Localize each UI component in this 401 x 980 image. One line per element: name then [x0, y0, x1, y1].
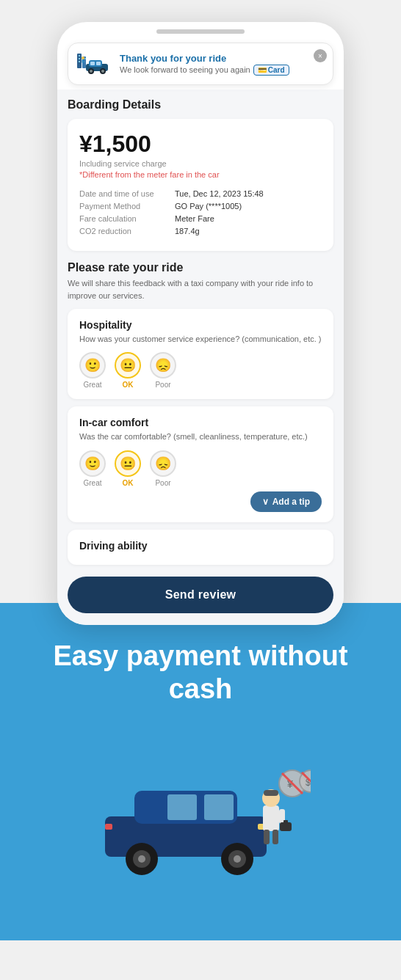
svg-point-26 [138, 855, 145, 863]
hospitality-desc: How was your customer service experience… [79, 334, 322, 345]
fare-note: *Different from the meter fare in the ca… [79, 170, 322, 179]
incar-comfort-card: In-car comfort Was the car comfortable? … [68, 406, 333, 522]
hospitality-great-label: Great [83, 381, 101, 389]
fare-label: Including service charge [79, 159, 322, 168]
credit-card-icon: 💳 [258, 66, 267, 74]
detail-value-date: Tue, Dec 12, 2023 15:48 [175, 189, 264, 198]
phone-frame: Thank you for your ride We look forward … [57, 22, 344, 625]
car-icon [77, 51, 112, 77]
svg-rect-1 [79, 55, 80, 56]
detail-label-co2: CO2 reduction [79, 227, 175, 235]
detail-value-fare-calc: Meter Fare [175, 214, 214, 223]
hospitality-emoji-row: 🙂 Great 😐 OK 😞 Poor [79, 352, 322, 389]
detail-value-payment: GO Pay (****1005) [175, 202, 242, 211]
detail-label-date: Date and time of use [79, 189, 175, 198]
detail-label-fare-calc: Fare calculation [79, 214, 175, 223]
incar-ok-option[interactable]: 😐 OK [115, 450, 141, 487]
hospitality-card: Hospitality How was your customer servic… [68, 309, 333, 399]
notif-title: Thank you for your ride [120, 53, 324, 64]
hospitality-title: Hospitality [79, 319, 322, 331]
incar-poor-label: Poor [155, 479, 170, 487]
rating-section-subtitle: We will share this feedback with a taxi … [68, 277, 333, 301]
main-content: Boarding Details ¥1,500 Including servic… [57, 89, 344, 625]
notification-banner: Thank you for your ride We look forward … [68, 43, 333, 85]
svg-rect-11 [96, 62, 101, 65]
svg-point-29 [234, 855, 241, 863]
incar-great-option[interactable]: 🙂 Great [79, 450, 106, 487]
hospitality-great-option[interactable]: 🙂 Great [79, 352, 106, 389]
svg-rect-2 [79, 58, 80, 59]
svg-rect-17 [82, 59, 84, 63]
hospitality-ok-option[interactable]: 😐 OK [115, 352, 141, 389]
notification-close-button[interactable]: × [314, 49, 327, 62]
chevron-down-icon: ∨ [262, 497, 269, 507]
fare-amount: ¥1,500 [79, 131, 322, 158]
svg-rect-3 [79, 61, 80, 62]
detail-row-date: Date and time of use Tue, Dec 12, 2023 1… [79, 189, 322, 198]
svg-rect-36 [264, 830, 270, 844]
svg-rect-32 [264, 790, 278, 796]
driving-ability-title: Driving ability [79, 540, 322, 552]
bottom-title: Easy payment without cash [0, 640, 401, 706]
hospitality-ok-label: OK [123, 381, 134, 389]
detail-row-fare-calc: Fare calculation Meter Fare [79, 214, 322, 223]
boarding-section-title: Boarding Details [68, 98, 333, 111]
detail-label-payment: Payment Method [79, 202, 175, 211]
notification-text: Thank you for your ride We look forward … [120, 53, 324, 76]
incar-poor-face[interactable]: 😞 [150, 450, 176, 477]
detail-row-payment: Payment Method GO Pay (****1005) [79, 202, 322, 211]
incar-ok-label: OK [123, 479, 134, 487]
detail-row-co2: CO2 reduction 187.4g [79, 227, 322, 235]
rating-section-title: Please rate your ride [68, 261, 333, 274]
svg-rect-30 [263, 805, 279, 831]
bottom-section: Easy payment without cash [0, 603, 401, 940]
svg-rect-23 [105, 824, 112, 830]
add-tip-button[interactable]: ∨ Add a tip [250, 491, 322, 512]
hospitality-poor-face[interactable]: 😞 [150, 352, 176, 379]
svg-point-13 [90, 70, 93, 73]
svg-rect-20 [204, 794, 234, 820]
svg-point-16 [82, 56, 84, 59]
incar-great-face[interactable]: 🙂 [79, 450, 106, 477]
incar-emoji-row: 🙂 Great 😐 OK 😞 Poor [79, 450, 322, 487]
incar-great-label: Great [83, 479, 101, 487]
boarding-details-card: ¥1,500 Including service charge *Differe… [68, 119, 333, 251]
incar-poor-option[interactable]: 😞 Poor [150, 450, 176, 487]
notif-subtitle: We look forward to seeing you again 💳 Ca… [120, 65, 324, 76]
svg-rect-34 [280, 822, 292, 831]
driving-ability-card: Driving ability [68, 530, 333, 565]
svg-point-15 [101, 70, 104, 73]
hospitality-poor-label: Poor [155, 381, 170, 389]
hospitality-ok-face[interactable]: 😐 [115, 352, 141, 379]
svg-rect-21 [167, 794, 197, 820]
incar-comfort-desc: Was the car comfortable? (smell, cleanli… [79, 431, 322, 442]
car-illustration: ¥ $ [90, 736, 311, 882]
send-review-button[interactable]: Send review [68, 577, 333, 613]
hospitality-poor-option[interactable]: 😞 Poor [150, 352, 176, 389]
svg-rect-37 [272, 830, 278, 844]
card-badge: 💳 Card [253, 65, 289, 76]
incar-ok-face[interactable]: 😐 [115, 450, 141, 477]
svg-rect-10 [90, 62, 95, 65]
incar-comfort-title: In-car comfort [79, 417, 322, 428]
svg-rect-35 [283, 820, 288, 823]
phone-notch [156, 29, 245, 34]
detail-value-co2: 187.4g [175, 227, 200, 235]
hospitality-great-face[interactable]: 🙂 [79, 352, 106, 379]
svg-rect-6 [85, 58, 87, 59]
